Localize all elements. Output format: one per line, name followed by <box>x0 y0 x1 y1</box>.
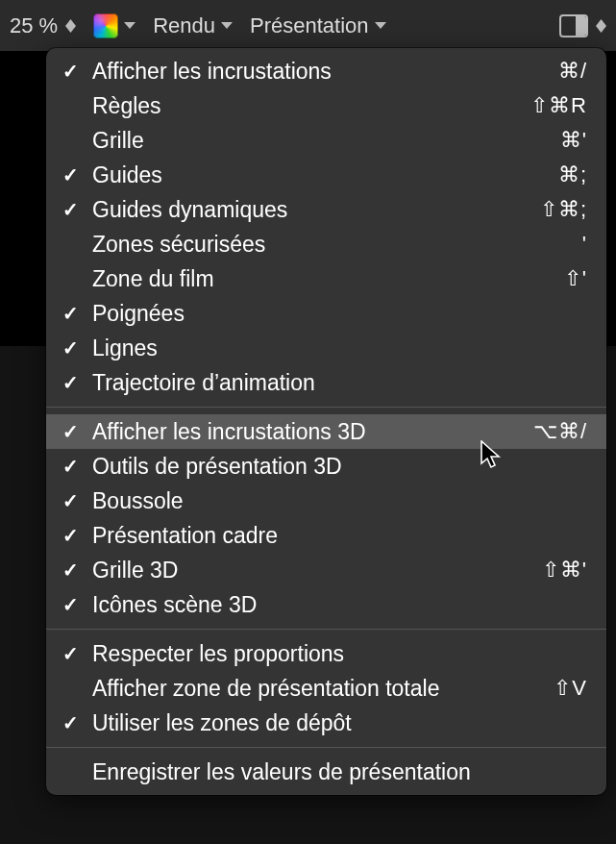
menu-item-zones-securisees[interactable]: Zones sécurisées' <box>46 227 606 261</box>
menu-item-grille-3d[interactable]: ✓Grille 3D⇧⌘' <box>46 553 606 587</box>
menu-item-label: Outils de présentation 3D <box>85 454 501 480</box>
menu-item-label: Afficher zone de présentation totale <box>85 676 501 702</box>
menu-item-presentation-cadre[interactable]: ✓Présentation cadre <box>46 518 606 553</box>
checkmark-icon: ✓ <box>62 642 79 665</box>
menu-item-shortcut: ⇧V <box>501 676 587 701</box>
check-col: ✓ <box>56 336 85 360</box>
menu-separator <box>46 747 606 748</box>
presentation-menu[interactable]: Présentation <box>250 13 386 38</box>
menu-item-afficher-les-incrustations[interactable]: ✓Afficher les incrustations⌘/ <box>46 54 606 88</box>
checkmark-icon: ✓ <box>62 336 79 360</box>
menu-item-poignees[interactable]: ✓Poignées <box>46 296 606 331</box>
checkmark-icon: ✓ <box>62 489 79 512</box>
menu-item-label: Guides dynamiques <box>85 197 501 223</box>
menu-item-regles[interactable]: Règles⇧⌘R <box>46 88 606 123</box>
menu-separator <box>46 407 606 408</box>
menu-item-label: Enregistrer les valeurs de présentation <box>85 759 501 785</box>
menu-group-2: ✓Afficher les incrustations 3D⌥⌘/✓Outils… <box>46 414 606 622</box>
menu-item-utiliser-les-zones-de-depot[interactable]: ✓Utiliser les zones de dépôt <box>46 706 606 740</box>
menu-item-shortcut: ⌘' <box>501 128 587 153</box>
stepper-icon <box>596 19 606 33</box>
menu-item-label: Icônes scène 3D <box>85 592 501 618</box>
menu-item-label: Lignes <box>85 335 501 361</box>
menu-item-boussole[interactable]: ✓Boussole <box>46 484 606 518</box>
checkmark-icon: ✓ <box>62 524 79 547</box>
menu-item-label: Règles <box>85 93 501 119</box>
zoom-value: 25 % <box>10 13 58 38</box>
menu-item-label: Boussole <box>85 488 501 514</box>
layout-icon <box>559 14 588 37</box>
menu-item-save-values[interactable]: Enregistrer les valeurs de présentation <box>46 755 606 789</box>
checkmark-icon: ✓ <box>62 711 79 734</box>
menu-item-label: Zones sécurisées <box>85 232 501 258</box>
menu-item-shortcut: ⇧' <box>501 266 587 291</box>
presentation-dropdown: ✓Afficher les incrustations⌘/Règles⇧⌘RGr… <box>46 48 606 795</box>
menu-item-afficher-les-incrustations-3d[interactable]: ✓Afficher les incrustations 3D⌥⌘/ <box>46 414 606 449</box>
check-col: ✓ <box>56 711 85 734</box>
menu-item-label: Afficher les incrustations <box>85 59 501 85</box>
presentation-label: Présentation <box>250 13 369 38</box>
check-col: ✓ <box>56 524 85 547</box>
checkmark-icon: ✓ <box>62 420 79 443</box>
menu-item-guides-dynamiques[interactable]: ✓Guides dynamiques⇧⌘; <box>46 192 606 227</box>
menu-item-label: Respecter les proportions <box>85 641 501 667</box>
menu-item-label: Présentation cadre <box>85 523 501 549</box>
check-col: ✓ <box>56 593 85 616</box>
menu-item-trajectoire-danimation[interactable]: ✓Trajectoire d’animation <box>46 365 606 400</box>
color-swatch-icon <box>93 13 118 38</box>
layout-control[interactable] <box>559 14 606 37</box>
menu-group-1: ✓Afficher les incrustations⌘/Règles⇧⌘RGr… <box>46 54 606 400</box>
check-col: ✓ <box>56 371 85 394</box>
menu-item-icones-scene-3d[interactable]: ✓Icônes scène 3D <box>46 587 606 622</box>
menu-separator <box>46 629 606 630</box>
menu-group-3: ✓Respecter les proportionsAfficher zone … <box>46 636 606 740</box>
menu-item-shortcut: ⌥⌘/ <box>501 419 587 444</box>
checkmark-icon: ✓ <box>62 163 79 186</box>
color-control[interactable] <box>93 13 136 38</box>
menu-item-label: Guides <box>85 162 501 188</box>
menu-item-label: Zone du film <box>85 266 501 292</box>
menu-item-shortcut: ⇧⌘R <box>501 93 587 118</box>
toolbar: 25 % Rendu Présentation <box>0 0 616 52</box>
menu-item-lignes[interactable]: ✓Lignes <box>46 331 606 365</box>
chevron-down-icon <box>124 22 136 29</box>
check-col: ✓ <box>56 489 85 512</box>
check-col: ✓ <box>56 455 85 478</box>
menu-item-shortcut: ⌘; <box>501 162 587 187</box>
menu-item-shortcut: ' <box>501 232 587 257</box>
menu-item-shortcut: ⇧⌘' <box>501 558 587 583</box>
chevron-down-icon <box>221 22 233 29</box>
menu-item-label: Grille <box>85 128 501 154</box>
check-col: ✓ <box>56 420 85 443</box>
check-col: ✓ <box>56 198 85 221</box>
menu-item-label: Grille 3D <box>85 558 501 583</box>
check-col: ✓ <box>56 642 85 665</box>
menu-item-label: Afficher les incrustations 3D <box>85 419 501 445</box>
checkmark-icon: ✓ <box>62 198 79 221</box>
check-col: ✓ <box>56 302 85 325</box>
menu-item-afficher-zone-de-presentation-totale[interactable]: Afficher zone de présentation totale⇧V <box>46 671 606 706</box>
menu-item-outils-de-presentation-3d[interactable]: ✓Outils de présentation 3D <box>46 449 606 484</box>
menu-item-label: Trajectoire d’animation <box>85 370 501 396</box>
menu-item-grille[interactable]: Grille⌘' <box>46 123 606 158</box>
render-menu[interactable]: Rendu <box>153 13 233 38</box>
check-col: ✓ <box>56 559 85 582</box>
check-col: ✓ <box>56 60 85 83</box>
menu-item-label: Utiliser les zones de dépôt <box>85 710 501 736</box>
checkmark-icon: ✓ <box>62 302 79 325</box>
check-col: ✓ <box>56 163 85 186</box>
checkmark-icon: ✓ <box>62 371 79 394</box>
chevron-down-icon <box>375 22 386 29</box>
menu-item-zone-du-film[interactable]: Zone du film⇧' <box>46 261 606 296</box>
stepper-icon <box>65 19 76 33</box>
menu-item-label: Poignées <box>85 301 501 327</box>
checkmark-icon: ✓ <box>62 593 79 616</box>
menu-item-guides[interactable]: ✓Guides⌘; <box>46 158 606 192</box>
menu-item-respecter-les-proportions[interactable]: ✓Respecter les proportions <box>46 636 606 671</box>
menu-item-shortcut: ⌘/ <box>501 59 587 84</box>
zoom-control[interactable]: 25 % <box>10 13 76 38</box>
checkmark-icon: ✓ <box>62 559 79 582</box>
render-label: Rendu <box>153 13 215 38</box>
checkmark-icon: ✓ <box>62 60 79 83</box>
checkmark-icon: ✓ <box>62 455 79 478</box>
